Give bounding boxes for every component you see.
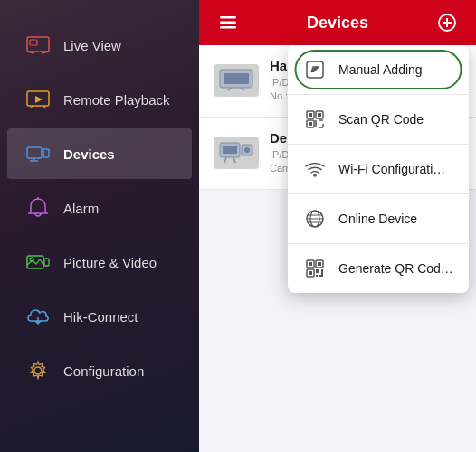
main-panel: Devices Hangzh…a IP/Domain: … 58800 <box>199 0 476 452</box>
svg-point-19 <box>34 367 42 374</box>
menu-item-generate-qr[interactable]: Generate QR Cod… <box>288 244 469 293</box>
config-icon <box>25 358 51 383</box>
cloud-icon <box>25 304 51 329</box>
svg-rect-61 <box>316 275 318 277</box>
sidebar-item-label: Picture & Video <box>63 255 157 270</box>
menu-item-label: Online Device <box>338 212 417 226</box>
wifi-icon <box>302 156 328 182</box>
svg-rect-8 <box>27 147 42 158</box>
playback-icon <box>25 87 51 112</box>
svg-rect-63 <box>321 271 323 275</box>
sidebar-item-label: Hik-Connect <box>63 309 138 325</box>
qr-gen-icon <box>302 256 328 281</box>
svg-rect-40 <box>318 113 321 117</box>
menu-item-manual-adding[interactable]: Manual Adding <box>288 45 469 95</box>
sidebar-item-live-view[interactable]: Live View <box>7 20 192 71</box>
svg-rect-60 <box>321 269 323 271</box>
svg-rect-9 <box>43 149 49 157</box>
svg-rect-54 <box>309 262 312 266</box>
sidebar-item-configuration[interactable]: Configuration <box>7 345 192 396</box>
menu-item-label: Wi-Fi Configurati… <box>338 162 445 176</box>
svg-rect-42 <box>309 122 312 126</box>
alarm-icon <box>25 195 51 221</box>
svg-rect-38 <box>309 113 312 117</box>
sidebar-item-label: Alarm <box>63 201 99 216</box>
live-view-icon <box>25 33 51 58</box>
sidebar-item-label: Configuration <box>63 363 144 379</box>
menu-item-online-device[interactable]: Online Device <box>288 194 469 244</box>
globe-icon <box>302 206 328 231</box>
dropdown-menu: Manual Adding <box>288 45 469 293</box>
sidebar-item-remote-playback[interactable]: Remote Playback <box>7 74 192 125</box>
menu-item-label: Scan QR Code <box>338 112 424 127</box>
edit-icon <box>302 57 328 82</box>
dropdown-overlay[interactable]: Manual Adding <box>199 0 476 452</box>
sidebar-item-hik-connect[interactable]: Hik-Connect <box>7 291 192 342</box>
sidebar-item-label: Remote Playback <box>63 92 170 108</box>
sidebar-item-label: Devices <box>63 146 115 162</box>
svg-rect-58 <box>309 271 312 275</box>
sidebar-item-alarm[interactable]: Alarm <box>7 183 192 233</box>
svg-rect-15 <box>44 259 49 266</box>
menu-item-wifi-config[interactable]: Wi-Fi Configurati… <box>288 145 469 194</box>
sidebar-item-picture-video[interactable]: Picture & Video <box>7 237 192 287</box>
svg-marker-5 <box>35 96 43 103</box>
svg-point-47 <box>313 174 317 177</box>
sidebar-item-devices[interactable]: Devices <box>7 128 192 179</box>
menu-item-label: Generate QR Cod… <box>338 261 453 276</box>
qr-scan-icon <box>302 107 328 132</box>
menu-item-label: Manual Adding <box>338 62 423 77</box>
devices-icon <box>25 141 51 166</box>
sidebar-item-label: Live View <box>63 38 121 53</box>
sidebar: Live View Remote Playback Devices <box>0 0 199 452</box>
media-icon <box>25 250 51 275</box>
svg-rect-1 <box>30 40 37 45</box>
svg-rect-62 <box>319 275 323 277</box>
menu-item-scan-qr[interactable]: Scan QR Code <box>288 95 469 145</box>
svg-rect-56 <box>318 262 321 266</box>
svg-rect-59 <box>316 269 319 273</box>
